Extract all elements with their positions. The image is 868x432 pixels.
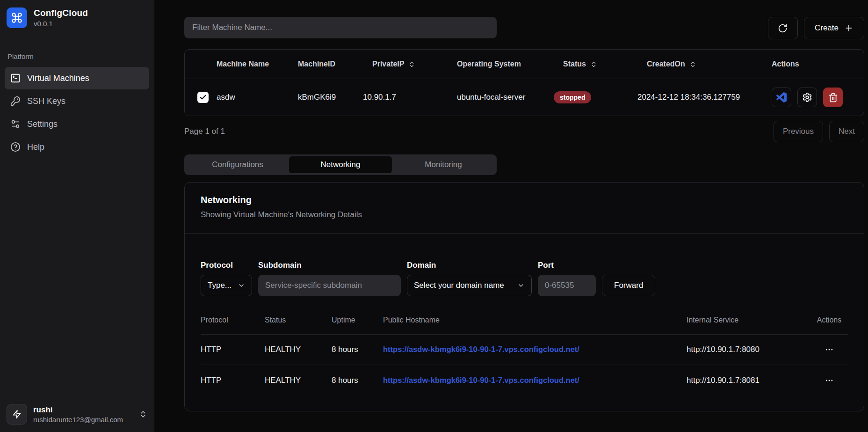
- tab-configurations[interactable]: Configurations: [186, 156, 289, 173]
- app-brand: ConfigCloud v0.0.1: [5, 6, 149, 30]
- column-header-machine-name: Machine Name: [217, 60, 298, 68]
- sidebar-item-label: Help: [27, 142, 44, 152]
- sort-chevrons-icon: [408, 61, 415, 68]
- forwards-table: Protocol Status Uptime Public Hostname I…: [201, 316, 848, 395]
- user-name: rushi: [33, 405, 123, 415]
- plus-icon: [844, 23, 854, 33]
- page-indicator: Page 1 of 1: [184, 127, 225, 136]
- sort-chevrons-icon: [689, 61, 696, 68]
- status-cell: HEALTHY: [265, 376, 332, 385]
- machines-table-header: Machine Name MachineID PrivateIP Operati…: [185, 50, 864, 79]
- forward-row: HTTP HEALTHY 8 hours https://asdw-kbmgk6…: [201, 365, 848, 395]
- command-icon: [7, 7, 27, 28]
- previous-button[interactable]: Previous: [774, 121, 823, 142]
- protocol-select[interactable]: Type...: [201, 275, 252, 296]
- sliders-icon: [10, 119, 21, 129]
- forward-form: Protocol Type... Subdomain Domain Select…: [201, 261, 848, 296]
- networking-panel: Networking Showing Virtual Machine's Net…: [184, 182, 864, 411]
- main-content: Create Machine Name MachineID PrivateIP …: [154, 0, 868, 432]
- terminal-icon: [10, 73, 21, 83]
- subdomain-label: Subdomain: [258, 261, 401, 270]
- delete-machine-button[interactable]: [823, 88, 843, 107]
- tab-networking[interactable]: Networking: [289, 156, 392, 173]
- domain-select[interactable]: Select your domain name: [407, 275, 532, 296]
- row-menu-button[interactable]: [825, 376, 834, 385]
- protocol-cell: HTTP: [201, 376, 265, 385]
- forward-button[interactable]: Forward: [602, 275, 655, 296]
- app-version: v0.0.1: [34, 20, 88, 28]
- machine-name-cell: asdw: [217, 93, 298, 102]
- column-sort-private-ip[interactable]: PrivateIP: [363, 60, 415, 68]
- public-hostname-link[interactable]: https://asdw-kbmgk6i9-10-90-1-7.vps.conf…: [383, 376, 579, 384]
- public-hostname-link[interactable]: https://asdw-kbmgk6i9-10-90-1-7.vps.conf…: [383, 345, 579, 353]
- sidebar-item-virtual-machines[interactable]: Virtual Machines: [5, 67, 149, 89]
- forward-row: HTTP HEALTHY 8 hours https://asdw-kbmgk6…: [201, 335, 848, 365]
- created-on-cell: 2024-12-12 18:34:36.127759: [637, 93, 772, 102]
- port-label: Port: [538, 261, 596, 270]
- column-sort-status[interactable]: Status: [554, 60, 597, 68]
- port-input[interactable]: [538, 275, 596, 296]
- row-select-checkbox[interactable]: [197, 92, 209, 103]
- column-sort-created-on[interactable]: CreatedOn: [637, 60, 696, 68]
- chevron-down-icon: [517, 282, 525, 289]
- chevrons-up-down-icon: [139, 410, 147, 418]
- key-icon: [10, 96, 21, 106]
- machines-table: Machine Name MachineID PrivateIP Operati…: [184, 49, 864, 116]
- user-email: rushidarunte123@gmail.com: [33, 416, 123, 424]
- app-name: ConfigCloud: [34, 8, 88, 18]
- sidebar-item-label: Virtual Machines: [27, 73, 89, 83]
- ellipsis-icon: [825, 345, 834, 354]
- forwards-table-header: Protocol Status Uptime Public Hostname I…: [201, 316, 848, 335]
- ellipsis-icon: [825, 376, 834, 385]
- status-badge: stopped: [554, 91, 591, 103]
- help-circle-icon: [10, 142, 21, 152]
- tab-monitoring[interactable]: Monitoring: [392, 156, 495, 173]
- machine-id-cell: kBmGK6i9: [298, 93, 363, 102]
- open-vscode-button[interactable]: [772, 88, 791, 107]
- status-cell: HEALTHY: [265, 345, 332, 354]
- protocol-label: Protocol: [201, 261, 252, 270]
- column-header-machine-id: MachineID: [298, 60, 363, 68]
- column-header-os: Operating System: [457, 60, 554, 68]
- gear-icon: [802, 92, 812, 103]
- sidebar: ConfigCloud v0.0.1 Platform Virtual Mach…: [0, 0, 154, 432]
- sidebar-item-settings[interactable]: Settings: [5, 113, 149, 135]
- sidebar-item-label: Settings: [27, 119, 58, 129]
- next-button[interactable]: Next: [829, 121, 864, 142]
- domain-label: Domain: [407, 261, 532, 270]
- trash-icon: [828, 93, 838, 103]
- uptime-cell: 8 hours: [332, 345, 383, 354]
- domain-select-value: Select your domain name: [414, 281, 504, 290]
- create-button-label: Create: [815, 23, 839, 33]
- nav-section-label: Platform: [5, 52, 149, 60]
- vscode-icon: [776, 92, 787, 103]
- refresh-button[interactable]: [768, 17, 798, 39]
- user-menu[interactable]: rushi rushidarunte123@gmail.com: [5, 402, 149, 426]
- refresh-icon: [778, 23, 788, 33]
- subdomain-input[interactable]: [258, 275, 401, 296]
- filter-input[interactable]: [184, 17, 497, 38]
- protocol-cell: HTTP: [201, 345, 265, 354]
- sidebar-nav: Platform Virtual Machines SSH Keys Setti…: [5, 52, 149, 159]
- row-menu-button[interactable]: [825, 345, 834, 354]
- os-cell: ubuntu-focal-server: [457, 93, 554, 102]
- sidebar-item-help[interactable]: Help: [5, 136, 149, 158]
- networking-title: Networking: [201, 195, 848, 205]
- sort-chevrons-icon: [590, 61, 597, 68]
- internal-service-cell: http://10.90.1.7:8081: [687, 376, 810, 385]
- sidebar-item-ssh-keys[interactable]: SSH Keys: [5, 90, 149, 112]
- sidebar-item-label: SSH Keys: [27, 96, 65, 106]
- machine-row: asdw kBmGK6i9 10.90.1.7 ubuntu-focal-ser…: [185, 79, 864, 116]
- check-icon: [199, 94, 207, 101]
- column-header-actions: Actions: [772, 60, 864, 68]
- toolbar: Create: [184, 17, 864, 39]
- protocol-select-value: Type...: [208, 281, 231, 290]
- pagination: Page 1 of 1 Previous Next: [184, 121, 864, 142]
- tabs: Configurations Networking Monitoring: [184, 154, 497, 175]
- networking-subtitle: Showing Virtual Machine's Networking Det…: [201, 210, 848, 220]
- machine-settings-button[interactable]: [797, 88, 817, 107]
- internal-service-cell: http://10.90.1.7:8080: [687, 345, 810, 354]
- chevron-down-icon: [238, 282, 245, 289]
- create-button[interactable]: Create: [804, 17, 864, 39]
- uptime-cell: 8 hours: [332, 376, 383, 385]
